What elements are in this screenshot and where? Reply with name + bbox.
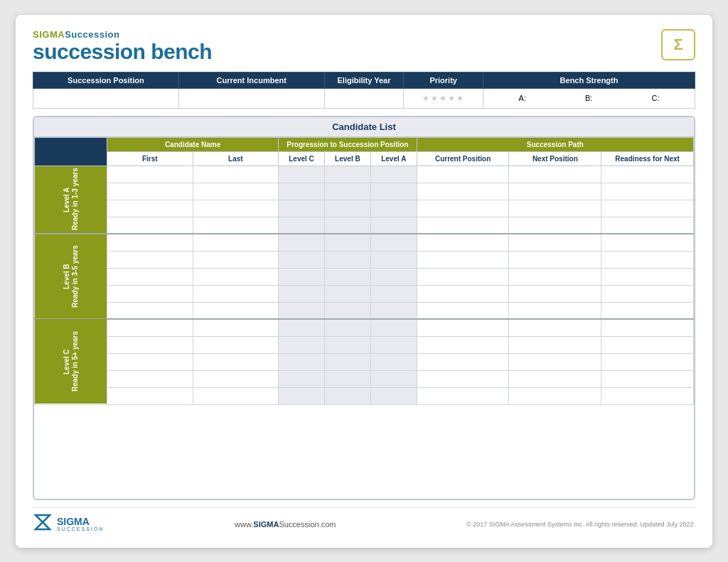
cell-next-position-g2-r1[interactable] [509, 336, 601, 353]
cell-first-g1-r4[interactable] [107, 302, 193, 319]
cell-next-position-g1-r3[interactable] [509, 285, 601, 302]
cell-last-g2-r4[interactable] [193, 387, 279, 404]
cell-level-a-g0-r2[interactable] [370, 200, 417, 217]
cell-level-b-g0-r1[interactable] [324, 183, 370, 200]
td-priority-stars[interactable]: ★★★★★ [404, 88, 483, 108]
cell-first-g1-r0[interactable] [107, 234, 193, 251]
cell-current-position-g0-r1[interactable] [417, 183, 509, 200]
cell-readiness-g1-r0[interactable] [601, 234, 694, 251]
cell-level-a-g1-r2[interactable] [370, 268, 417, 285]
cell-current-position-g2-r1[interactable] [417, 336, 509, 353]
cell-current-position-g2-r2[interactable] [417, 353, 509, 370]
cell-level-b-g2-r0[interactable] [324, 319, 370, 336]
cell-level-b-g1-r3[interactable] [324, 285, 370, 302]
cell-last-g0-r0[interactable] [193, 166, 279, 183]
cell-next-position-g0-r1[interactable] [509, 183, 601, 200]
cell-next-position-g0-r3[interactable] [509, 217, 601, 234]
cell-last-g1-r0[interactable] [193, 234, 279, 251]
cell-level-a-g1-r4[interactable] [370, 302, 417, 319]
cell-level-c-g0-r3[interactable] [279, 217, 325, 234]
cell-level-b-g2-r3[interactable] [324, 370, 370, 387]
cell-level-c-g0-r2[interactable] [279, 200, 325, 217]
cell-current-position-g1-r4[interactable] [417, 302, 509, 319]
cell-current-position-g0-r3[interactable] [417, 217, 509, 234]
cell-readiness-g2-r0[interactable] [601, 319, 694, 336]
cell-first-g2-r1[interactable] [107, 336, 193, 353]
cell-readiness-g2-r4[interactable] [601, 387, 694, 404]
cell-current-position-g0-r2[interactable] [417, 200, 509, 217]
cell-last-g1-r1[interactable] [193, 251, 279, 268]
cell-last-g2-r1[interactable] [193, 336, 279, 353]
cell-first-g1-r3[interactable] [107, 285, 193, 302]
cell-next-position-g1-r0[interactable] [509, 234, 601, 251]
cell-level-a-g2-r2[interactable] [370, 353, 417, 370]
cell-last-g1-r2[interactable] [193, 268, 279, 285]
cell-next-position-g1-r4[interactable] [509, 302, 601, 319]
cell-first-g1-r2[interactable] [107, 268, 193, 285]
cell-last-g1-r3[interactable] [193, 285, 279, 302]
cell-readiness-g0-r0[interactable] [601, 166, 694, 183]
cell-current-position-g0-r0[interactable] [417, 166, 509, 183]
cell-readiness-g0-r3[interactable] [601, 217, 694, 234]
td-eligibility-year[interactable] [324, 88, 404, 108]
cell-level-b-g2-r4[interactable] [324, 387, 370, 404]
cell-level-c-g0-r1[interactable] [279, 183, 325, 200]
cell-current-position-g1-r3[interactable] [417, 285, 509, 302]
cell-current-position-g1-r0[interactable] [417, 234, 509, 251]
cell-level-c-g2-r3[interactable] [279, 370, 325, 387]
cell-first-g2-r4[interactable] [107, 387, 193, 404]
cell-level-c-g1-r0[interactable] [279, 234, 325, 251]
cell-first-g2-r2[interactable] [107, 353, 193, 370]
cell-level-b-g0-r2[interactable] [324, 200, 370, 217]
cell-first-g1-r1[interactable] [107, 251, 193, 268]
cell-last-g2-r3[interactable] [193, 370, 279, 387]
cell-level-c-g1-r3[interactable] [279, 285, 325, 302]
cell-first-g2-r3[interactable] [107, 370, 193, 387]
cell-next-position-g1-r2[interactable] [509, 268, 601, 285]
cell-next-position-g2-r0[interactable] [509, 319, 601, 336]
cell-readiness-g1-r3[interactable] [601, 285, 694, 302]
cell-level-c-g1-r2[interactable] [279, 268, 325, 285]
cell-next-position-g2-r3[interactable] [509, 370, 601, 387]
cell-level-b-g2-r2[interactable] [324, 353, 370, 370]
cell-last-g1-r4[interactable] [193, 302, 279, 319]
cell-next-position-g2-r4[interactable] [509, 387, 601, 404]
cell-level-c-g1-r1[interactable] [279, 251, 325, 268]
cell-level-a-g1-r1[interactable] [370, 251, 417, 268]
cell-next-position-g2-r2[interactable] [509, 353, 601, 370]
cell-first-g0-r3[interactable] [107, 217, 193, 234]
cell-level-a-g2-r3[interactable] [370, 370, 417, 387]
cell-level-b-g0-r3[interactable] [324, 217, 370, 234]
cell-level-a-g1-r0[interactable] [370, 234, 417, 251]
cell-level-c-g2-r1[interactable] [279, 336, 325, 353]
cell-current-position-g1-r2[interactable] [417, 268, 509, 285]
cell-level-a-g2-r4[interactable] [370, 387, 417, 404]
cell-next-position-g0-r0[interactable] [509, 166, 601, 183]
cell-level-c-g1-r4[interactable] [279, 302, 325, 319]
cell-readiness-g2-r2[interactable] [601, 353, 694, 370]
cell-readiness-g0-r2[interactable] [601, 200, 694, 217]
cell-level-b-g1-r0[interactable] [324, 234, 370, 251]
cell-readiness-g1-r2[interactable] [601, 268, 694, 285]
cell-level-b-g2-r1[interactable] [324, 336, 370, 353]
cell-level-a-g2-r1[interactable] [370, 336, 417, 353]
cell-last-g0-r1[interactable] [193, 183, 279, 200]
cell-level-a-g0-r1[interactable] [370, 183, 417, 200]
cell-current-position-g2-r4[interactable] [417, 387, 509, 404]
cell-level-c-g2-r0[interactable] [279, 319, 325, 336]
cell-current-position-g2-r3[interactable] [417, 370, 509, 387]
cell-level-a-g2-r0[interactable] [370, 319, 417, 336]
cell-first-g0-r1[interactable] [107, 183, 193, 200]
td-current-incumbent[interactable] [178, 88, 324, 108]
cell-level-b-g1-r1[interactable] [324, 251, 370, 268]
cell-first-g2-r0[interactable] [107, 319, 193, 336]
cell-level-b-g1-r4[interactable] [324, 302, 370, 319]
cell-next-position-g0-r2[interactable] [509, 200, 601, 217]
cell-next-position-g1-r1[interactable] [509, 251, 601, 268]
cell-level-a-g1-r3[interactable] [370, 285, 417, 302]
cell-level-b-g1-r2[interactable] [324, 268, 370, 285]
cell-readiness-g2-r3[interactable] [601, 370, 694, 387]
cell-readiness-g0-r1[interactable] [601, 183, 694, 200]
cell-level-c-g2-r2[interactable] [279, 353, 325, 370]
cell-first-g0-r0[interactable] [107, 166, 193, 183]
